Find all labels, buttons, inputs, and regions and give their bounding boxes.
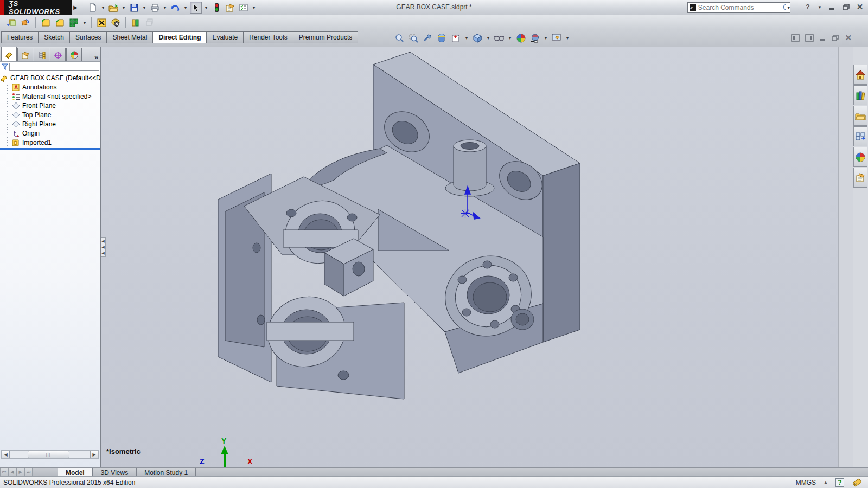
tab-render-tools[interactable]: Render Tools xyxy=(244,31,293,43)
search-commands-box[interactable]: >_ ▾ xyxy=(687,2,790,13)
3d-views-tab[interactable]: 3D Views xyxy=(93,468,136,476)
help-dropdown-caret[interactable]: ▾ xyxy=(817,4,822,10)
close-button[interactable]: ✕ xyxy=(855,2,865,12)
move-face-icon[interactable] xyxy=(5,17,17,29)
file-explorer-button[interactable] xyxy=(853,106,867,126)
graphics-viewport[interactable]: Y ◀◀◀ X Z *Isometric xyxy=(101,47,838,467)
tab-evaluate[interactable]: Evaluate xyxy=(207,31,244,43)
hide-show-caret[interactable]: ▾ xyxy=(507,35,513,41)
toolbar-separator xyxy=(35,17,36,28)
doc-close-icon[interactable]: ✕ xyxy=(845,33,852,43)
gearbox-model[interactable]: Y xyxy=(101,47,838,467)
home-button[interactable] xyxy=(853,65,867,85)
tree-item-annotations[interactable]: A Annotations xyxy=(0,82,100,92)
delete-face-icon[interactable] xyxy=(95,17,107,29)
tab-sheet-metal[interactable]: Sheet Metal xyxy=(107,31,153,43)
tree-item-front-plane[interactable]: Front Plane xyxy=(0,101,100,110)
search-scope-icon[interactable]: >_ xyxy=(690,4,696,11)
model-tab[interactable]: Model xyxy=(58,468,93,476)
zoom-fit-icon[interactable] xyxy=(393,32,405,44)
direct-editing-toolbar: ▾ xyxy=(0,15,868,30)
panel-horizontal-scrollbar[interactable]: ◀ ||| ▶ xyxy=(1,450,99,459)
doc-restore-icon[interactable] xyxy=(832,35,839,41)
linear-pattern-icon[interactable] xyxy=(68,17,80,29)
tab-direct-editing[interactable]: Direct Editing xyxy=(153,31,207,43)
fillet-icon[interactable] xyxy=(40,17,52,29)
hide-show-items-icon[interactable] xyxy=(493,32,505,44)
zoom-area-icon[interactable] xyxy=(407,32,419,44)
units-indicator[interactable]: MMGS xyxy=(796,479,816,486)
featuremanager-tab[interactable] xyxy=(1,47,17,61)
units-up-caret[interactable]: ▲ xyxy=(824,480,828,485)
tab-sketch[interactable]: Sketch xyxy=(39,31,70,43)
title-bar: ƷS SOLIDWORKS ▶ ▾ ▾ ▾ ▾ ▾ ▾ ▾ GEA xyxy=(0,0,868,15)
view-orientation-caret[interactable]: ▾ xyxy=(464,35,469,41)
apply-scene-caret[interactable]: ▾ xyxy=(543,35,548,41)
search-icon[interactable] xyxy=(782,3,786,12)
pattern-dropdown-caret[interactable]: ▾ xyxy=(82,20,87,25)
delete-hole-icon[interactable] xyxy=(110,17,122,29)
plane-icon xyxy=(12,111,21,119)
view-orientation-icon[interactable] xyxy=(450,32,462,44)
appearances-scenes-button[interactable] xyxy=(853,147,867,167)
motion-study-tab[interactable]: Motion Study 1 xyxy=(136,468,196,476)
tree-item-origin[interactable]: Origin xyxy=(0,129,100,138)
tab-scroll-last[interactable]: ⏭ xyxy=(24,468,33,476)
filter-funnel-icon[interactable] xyxy=(1,63,9,70)
view-settings-caret[interactable]: ▾ xyxy=(565,35,570,41)
commandmanager-tab-row: Features Sketch Surfaces Sheet Metal Dir… xyxy=(0,30,868,47)
restore-button[interactable] xyxy=(841,2,851,12)
tree-item-imported1[interactable]: Imported1 xyxy=(0,138,100,147)
pane-left-icon[interactable] xyxy=(791,34,800,42)
view-settings-icon[interactable] xyxy=(551,32,563,44)
display-style-caret[interactable]: ▾ xyxy=(486,35,491,41)
tree-item-top-plane[interactable]: Top Plane xyxy=(0,110,100,119)
configurationmanager-tab[interactable] xyxy=(34,48,49,61)
minimize-button[interactable] xyxy=(827,2,837,12)
doc-minimize-icon[interactable] xyxy=(819,35,826,41)
tree-root-item[interactable]: GEAR BOX CASE (Default<<De xyxy=(0,73,100,82)
tab-scroll-next[interactable]: ▶ xyxy=(16,468,24,476)
previous-view-icon[interactable] xyxy=(422,32,433,44)
tree-item-right-plane[interactable]: Right Plane xyxy=(0,119,100,129)
tab-scroll-prev[interactable]: ◀ xyxy=(8,468,16,476)
tab-scroll-first[interactable]: ⏮ xyxy=(0,468,8,476)
tree-item-material[interactable]: Material <not specified> xyxy=(0,92,100,101)
edit-appearance-icon[interactable] xyxy=(515,32,527,44)
custom-properties-icon xyxy=(855,173,866,182)
view-palette-button[interactable] xyxy=(853,126,867,146)
scroll-thumb[interactable]: ||| xyxy=(28,451,69,458)
chamfer-icon[interactable] xyxy=(54,17,66,29)
home-icon xyxy=(855,70,866,80)
displaymanager-tab[interactable] xyxy=(66,48,82,61)
toolbar-separator xyxy=(91,17,92,28)
pane-right-icon[interactable] xyxy=(805,34,814,42)
view-orientation-label: *Isometric xyxy=(106,447,141,455)
search-dropdown-caret[interactable]: ▾ xyxy=(787,5,790,10)
part-icon xyxy=(0,74,9,82)
quick-tips-icon[interactable]: ? xyxy=(835,478,844,487)
copy-body-icon-disabled xyxy=(144,17,156,29)
custom-properties-button[interactable] xyxy=(853,168,867,188)
rollback-bar[interactable] xyxy=(0,148,100,150)
panel-splitter-arrows[interactable]: ◀◀◀ xyxy=(101,237,106,257)
scroll-right-arrow[interactable]: ▶ xyxy=(90,451,98,458)
panel-tabs-overflow-chevron[interactable]: » xyxy=(94,53,98,61)
tab-premium-products[interactable]: Premium Products xyxy=(293,31,359,43)
tab-features[interactable]: Features xyxy=(1,31,39,43)
import-diagnostics-icon[interactable] xyxy=(130,17,142,29)
scroll-left-arrow[interactable]: ◀ xyxy=(2,451,10,458)
apply-scene-icon[interactable] xyxy=(529,32,541,44)
document-tab-bar: ⏮ ◀ ▶ ⏭ Model 3D Views Motion Study 1 xyxy=(0,467,868,476)
help-button[interactable]: ? xyxy=(803,2,813,12)
search-input[interactable] xyxy=(698,4,782,11)
design-library-button[interactable] xyxy=(853,85,867,105)
section-view-icon[interactable] xyxy=(436,32,448,44)
rotate-face-icon[interactable] xyxy=(20,17,31,29)
tag-icon[interactable] xyxy=(852,478,863,487)
display-style-icon[interactable] xyxy=(471,32,483,44)
tree-filter-input[interactable] xyxy=(9,63,99,71)
dimxpertmanager-tab[interactable] xyxy=(50,48,66,61)
tab-surfaces[interactable]: Surfaces xyxy=(70,31,107,43)
propertymanager-tab[interactable] xyxy=(17,48,33,61)
